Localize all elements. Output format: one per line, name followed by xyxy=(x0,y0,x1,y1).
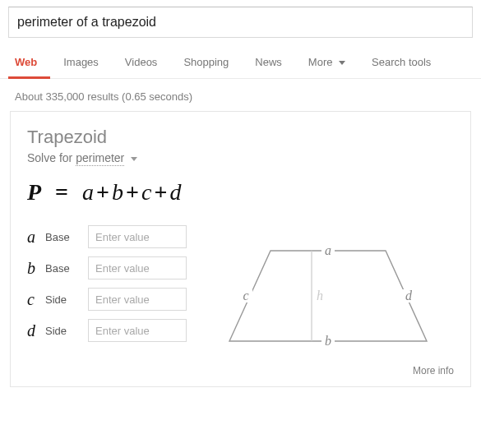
formula-lhs: P xyxy=(27,179,41,205)
input-row-c: c Side xyxy=(27,288,187,311)
side-label-b: Base xyxy=(45,262,88,275)
diagram-label-a: a xyxy=(325,243,331,257)
input-d[interactable] xyxy=(88,319,187,342)
svg-marker-2 xyxy=(229,251,427,341)
solve-for-row: Solve for perimeter xyxy=(27,151,454,164)
more-info-link[interactable]: More info xyxy=(27,365,454,376)
tab-shopping[interactable]: Shopping xyxy=(170,56,242,78)
input-a[interactable] xyxy=(88,225,187,248)
side-label-c: Side xyxy=(45,293,88,306)
input-row-a: a Base xyxy=(27,225,187,248)
tab-more[interactable]: More xyxy=(295,56,358,78)
trapezoid-diagram: a b c d h xyxy=(201,225,454,353)
search-tabs: Web Images Videos Shopping News More Sea… xyxy=(0,38,481,79)
input-row-d: d Side xyxy=(27,319,187,342)
solve-for-dropdown[interactable]: perimeter xyxy=(76,151,124,166)
card-title: Trapezoid xyxy=(27,127,454,148)
formula: P = a+b+c+d xyxy=(27,179,454,206)
search-input[interactable] xyxy=(8,7,473,38)
result-stats: About 335,000 results (0.65 seconds) xyxy=(0,79,481,111)
var-label-b: b xyxy=(27,259,45,278)
tab-videos[interactable]: Videos xyxy=(112,56,171,78)
input-b[interactable] xyxy=(88,256,187,279)
diagram-label-d: d xyxy=(405,289,413,303)
formula-var-d: d xyxy=(169,179,181,205)
input-row-b: b Base xyxy=(27,256,187,279)
input-c[interactable] xyxy=(88,288,187,311)
diagram-label-h: h xyxy=(317,289,323,303)
svg-marker-1 xyxy=(131,157,137,161)
chevron-down-icon xyxy=(339,56,345,68)
tab-images[interactable]: Images xyxy=(50,56,112,78)
chevron-down-icon xyxy=(131,151,137,164)
formula-var-b: b xyxy=(112,179,123,205)
var-label-d: d xyxy=(27,321,45,340)
svg-marker-0 xyxy=(339,61,345,65)
tab-news[interactable]: News xyxy=(242,56,295,78)
inputs-column: a Base b Base c Side d Side xyxy=(27,225,187,350)
formula-var-a: a xyxy=(82,179,94,205)
solve-for-label: Solve for xyxy=(27,151,72,164)
diagram-label-b: b xyxy=(325,334,331,348)
side-label-a: Base xyxy=(45,231,88,243)
answer-card: Trapezoid Solve for perimeter P = a+b+c+… xyxy=(10,111,471,387)
side-label-d: Side xyxy=(45,325,88,337)
var-label-a: a xyxy=(27,228,45,247)
var-label-c: c xyxy=(27,290,45,309)
formula-var-c: c xyxy=(141,179,151,205)
tab-more-label: More xyxy=(308,56,333,68)
tab-search-tools[interactable]: Search tools xyxy=(358,56,444,78)
diagram-label-c: c xyxy=(243,289,248,303)
tab-web[interactable]: Web xyxy=(8,56,50,78)
